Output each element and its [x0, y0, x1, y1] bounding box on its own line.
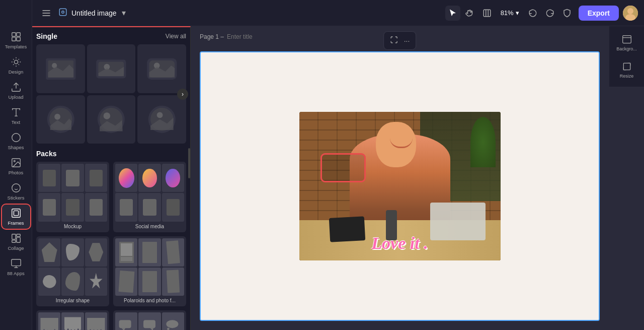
- topbar: Untitled image ▾ 81% ▾: [32, 0, 644, 26]
- svg-rect-31: [11, 259, 20, 266]
- resize-button[interactable]: Resize: [612, 57, 642, 83]
- svg-point-4: [62, 11, 64, 13]
- fit-page-button[interactable]: [479, 6, 495, 21]
- frames-panel: Single View all: [32, 26, 191, 330]
- svg-rect-27: [12, 234, 15, 239]
- svg-rect-5: [484, 10, 491, 17]
- pack-item-social-media[interactable]: Social media: [113, 162, 186, 232]
- pack-item-speech-balloons[interactable]: Speech balloons: [113, 310, 186, 330]
- pack-item-polaroids[interactable]: Polaroids and photo f...: [113, 236, 186, 306]
- svg-rect-52: [119, 320, 131, 328]
- upload-label: Upload: [8, 94, 23, 100]
- polaroids-label: Polaroids and photo f...: [115, 297, 184, 304]
- stickers-label: Stickers: [8, 195, 25, 201]
- packs-section-header: Packs: [36, 150, 186, 158]
- page-title-input[interactable]: [227, 33, 302, 40]
- svg-rect-11: [12, 33, 15, 36]
- svg-point-51: [157, 112, 163, 118]
- floating-controls: ···: [383, 31, 417, 50]
- svg-rect-12: [16, 33, 20, 36]
- undo-button[interactable]: [525, 6, 540, 21]
- svg-rect-29: [16, 237, 20, 242]
- templates-label: Templates: [5, 44, 27, 49]
- sidebar-item-templates[interactable]: Templates: [2, 28, 30, 52]
- svg-rect-28: [16, 234, 20, 237]
- sidebar-item-photos[interactable]: Photos: [2, 154, 30, 178]
- redo-button[interactable]: [542, 6, 557, 21]
- next-arrow[interactable]: ›: [177, 89, 188, 100]
- design-canvas[interactable]: Love it .: [200, 51, 600, 321]
- page-label: Page 1 –: [200, 33, 302, 40]
- photos-label: Photos: [9, 170, 24, 175]
- social-media-label: Social media: [115, 223, 184, 230]
- packs-grid: Mockup Social m: [36, 162, 186, 330]
- panel-drag-handle[interactable]: [188, 148, 190, 178]
- frame-item-landscape-3[interactable]: [137, 44, 186, 93]
- sidebar: Templates Design Upload Text Shapes: [0, 0, 32, 330]
- svg-rect-14: [16, 37, 20, 41]
- svg-rect-61: [622, 36, 631, 43]
- svg-rect-25: [12, 209, 20, 218]
- design-label: Design: [9, 69, 24, 75]
- right-properties-panel: Backgro... Resize: [609, 26, 644, 87]
- svg-point-57: [167, 327, 170, 330]
- text-label: Text: [12, 119, 20, 125]
- sidebar-item-apps[interactable]: 88 Apps: [2, 255, 30, 279]
- svg-marker-53: [122, 328, 126, 330]
- selected-frame-overlay[interactable]: [320, 153, 366, 182]
- svg-rect-30: [12, 240, 15, 243]
- document-title[interactable]: Untitled image: [71, 9, 117, 17]
- main-canvas-area: Page 1 – ···: [191, 26, 644, 330]
- frame-item-circle-3[interactable]: [137, 95, 186, 144]
- pack-item-irregular[interactable]: Irregular shape: [36, 236, 109, 306]
- menu-icon[interactable]: [38, 5, 54, 21]
- sidebar-item-collage[interactable]: Collage: [2, 230, 30, 254]
- svg-point-22: [12, 184, 20, 192]
- svg-rect-63: [623, 63, 630, 70]
- svg-rect-26: [14, 211, 18, 215]
- frame-item-circle-2[interactable]: [87, 95, 136, 144]
- more-options-button[interactable]: ···: [402, 35, 412, 47]
- sidebar-item-upload[interactable]: Upload: [2, 79, 30, 103]
- background-button[interactable]: Backgro...: [612, 30, 642, 55]
- svg-point-21: [14, 160, 15, 162]
- resize-label: Resize: [620, 74, 634, 79]
- export-button[interactable]: Export: [579, 6, 619, 21]
- zoom-chevron-icon: ▾: [516, 9, 519, 17]
- fit-canvas-button[interactable]: [388, 34, 400, 47]
- page-number: Page 1 –: [200, 33, 224, 40]
- select-tool-button[interactable]: [445, 6, 460, 21]
- svg-point-48: [104, 112, 111, 119]
- svg-rect-54: [143, 320, 155, 328]
- svg-rect-13: [12, 37, 15, 41]
- svg-marker-55: [150, 328, 153, 330]
- frame-item-landscape-1[interactable]: [36, 44, 85, 93]
- frame-item-landscape-2[interactable]: [87, 44, 136, 93]
- irregular-label: Irregular shape: [38, 297, 107, 304]
- hand-tool-button[interactable]: [462, 6, 477, 21]
- chevron-down-icon[interactable]: ▾: [122, 8, 126, 18]
- avatar[interactable]: [623, 6, 638, 21]
- single-label: Single: [36, 32, 57, 40]
- pack-item-torn-paper[interactable]: Torn paper: [36, 310, 109, 330]
- single-section: Single View all: [36, 32, 186, 144]
- svg-rect-3: [59, 9, 66, 16]
- pack-item-mockup[interactable]: Mockup: [36, 162, 109, 232]
- collage-label: Collage: [8, 245, 24, 251]
- svg-point-9: [627, 8, 633, 14]
- apps-label: 88 Apps: [7, 271, 24, 276]
- sidebar-item-stickers[interactable]: Stickers: [2, 179, 30, 204]
- sidebar-item-frames[interactable]: Frames: [2, 205, 30, 229]
- canvas-overlay-text: Love it .: [371, 234, 428, 253]
- frames-label: Frames: [8, 220, 24, 226]
- svg-point-56: [166, 320, 178, 328]
- sidebar-item-design[interactable]: Design: [2, 53, 30, 78]
- sidebar-item-shapes[interactable]: Shapes: [2, 129, 30, 153]
- zoom-button[interactable]: 81% ▾: [497, 7, 523, 19]
- single-frames-grid: ›: [36, 44, 186, 144]
- shield-icon[interactable]: [559, 6, 575, 21]
- shapes-label: Shapes: [8, 145, 24, 150]
- sidebar-item-text[interactable]: Text: [2, 104, 30, 128]
- view-all-link[interactable]: View all: [166, 33, 186, 40]
- frame-item-circle-1[interactable]: [36, 95, 85, 144]
